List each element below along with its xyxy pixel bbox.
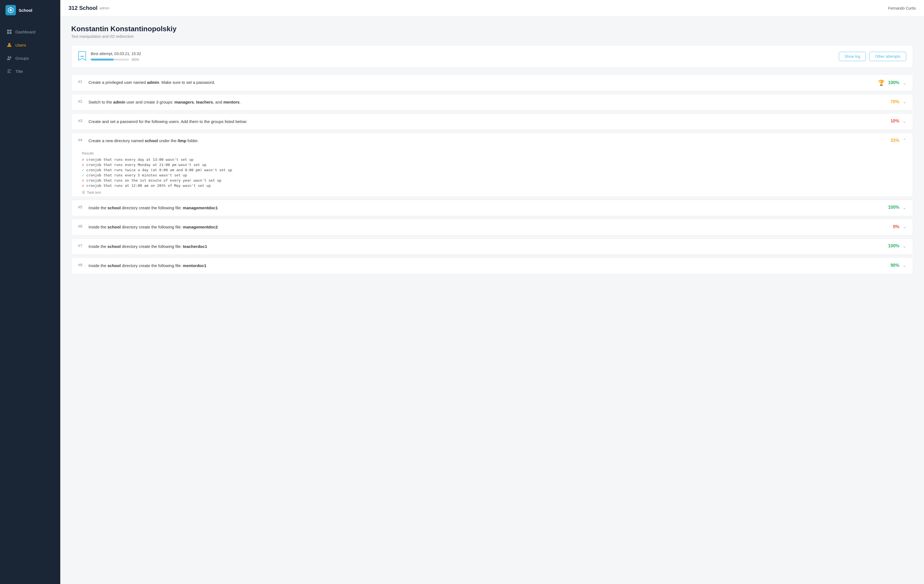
sidebar: School Dashboard Users: [0, 0, 60, 584]
result-check-icon: ✓: [82, 168, 84, 172]
show-log-button[interactable]: Show log: [839, 52, 866, 61]
task-left: #2 Switch to the admin user and create 3…: [78, 99, 881, 106]
other-attempts-button[interactable]: Other attempts: [869, 52, 906, 61]
task-right: 100% ⌄: [881, 244, 906, 249]
sidebar-logo-text: School: [19, 8, 32, 13]
progress-label: 60%: [132, 58, 139, 62]
chevron-up-icon[interactable]: ⌃: [903, 138, 906, 143]
chevron-down-icon[interactable]: ⌄: [903, 205, 906, 210]
task-right: 100% ⌄: [881, 205, 906, 210]
sidebar-item-dashboard[interactable]: Dashboard: [0, 26, 60, 38]
main-area: 312 School admin Fernando Curtis Konstan…: [60, 0, 924, 584]
dashboard-label: Dashboard: [15, 30, 35, 34]
progress-bar-fill: [91, 59, 114, 61]
task-item: #3 Create and set a password for the fol…: [71, 114, 913, 130]
result-text: cronjob that runs at 12:00 am on 20th of…: [86, 183, 211, 188]
chevron-down-icon[interactable]: ⌄: [903, 244, 906, 249]
result-text: cronjob that runs every 5 minutes wasn't…: [86, 173, 187, 177]
sidebar-item-groups[interactable]: Groups: [0, 52, 60, 64]
svg-point-8: [8, 56, 9, 58]
task-right: 33% ⌃: [881, 138, 906, 143]
sidebar-item-users[interactable]: Users: [0, 39, 60, 51]
groups-label: Groups: [15, 56, 29, 61]
result-row: ✗ cronjob that runs at 12:00 am on 20th …: [82, 183, 905, 188]
result-x-icon: ✗: [82, 163, 84, 167]
task-percent: 10%: [891, 119, 899, 124]
header-user-name: Fernando Curtis: [888, 6, 916, 10]
sidebar-navigation: Dashboard Users Groups Title: [0, 26, 60, 77]
svg-rect-4: [10, 30, 12, 31]
result-text: cronjob that runs every day at 13:00 was…: [86, 157, 193, 162]
chevron-down-icon[interactable]: ⌄: [903, 119, 906, 124]
users-icon: [7, 42, 12, 48]
svg-rect-3: [7, 30, 9, 31]
admin-badge: admin: [100, 6, 109, 10]
dashboard-icon: [7, 29, 12, 35]
task-item: #4 Create a new directory named school u…: [71, 133, 913, 149]
task-percent: 33%: [891, 138, 899, 143]
chevron-down-icon[interactable]: ⌄: [903, 80, 906, 86]
svg-point-9: [10, 56, 11, 58]
header: 312 School admin Fernando Curtis: [60, 0, 924, 16]
task-number: #4: [78, 138, 86, 142]
result-text: cronjob that runs on the 1st minute of e…: [86, 178, 221, 182]
trophy-icon: 🏆: [878, 79, 885, 86]
result-x-icon: ✗: [82, 178, 84, 182]
task-list: #1 Create a privileged user named admin.…: [71, 74, 913, 277]
task-left: #6 Inside the school directory create th…: [78, 224, 881, 230]
task-text-link[interactable]: ☰ Task text: [82, 190, 905, 195]
header-title-group: 312 School admin: [69, 5, 109, 11]
result-row: ✓ cronjob that runs twice a day (at 8:00…: [82, 168, 905, 172]
task-text: Create and set a password for the follow…: [89, 119, 248, 125]
school-logo-icon: [5, 5, 16, 15]
task-percent: 70%: [891, 99, 899, 104]
progress-container: 60%: [91, 58, 141, 62]
task-percent: 100%: [888, 205, 899, 210]
task-item: #7 Inside the school directory create th…: [71, 238, 913, 255]
task-number: #1: [78, 79, 86, 84]
svg-rect-6: [10, 32, 12, 34]
sidebar-item-title[interactable]: Title: [0, 65, 60, 77]
task-item: #1 Create a privileged user named admin.…: [71, 74, 913, 91]
task-text: Create a privileged user named admin. Ma…: [89, 79, 215, 86]
chevron-down-icon[interactable]: ⌄: [903, 99, 906, 104]
svg-point-7: [8, 43, 10, 45]
result-row: ✗ cronjob that runs on the 1st minute of…: [82, 178, 905, 182]
attempt-buttons: Show log Other attempts: [839, 52, 906, 61]
title-icon: [7, 68, 12, 74]
task-text: Inside the school directory create the f…: [89, 244, 207, 250]
task-percent: 100%: [888, 244, 899, 248]
task-item: #2 Switch to the admin user and create 3…: [71, 94, 913, 111]
task-number: #2: [78, 99, 86, 104]
results-label: Results: [82, 149, 905, 155]
task-number: #7: [78, 244, 86, 248]
page-subtitle: Text manipulation and I/O redirection: [71, 34, 913, 39]
result-x-icon: ✗: [82, 157, 84, 162]
task-text: Switch to the admin user and create 3 gr…: [89, 99, 241, 106]
task-right: 0% ⌄: [881, 224, 906, 229]
task-right: 70% ⌄: [881, 99, 906, 104]
task-expanded-content: Results ✗ cronjob that runs every day at…: [71, 149, 913, 197]
result-check-icon: ✓: [82, 173, 84, 177]
svg-rect-11: [7, 71, 10, 71]
result-row: ✓ cronjob that runs every 5 minutes wasn…: [82, 173, 905, 177]
task-right: 10% ⌄: [881, 119, 906, 124]
progress-bar-bg: [91, 59, 129, 61]
chevron-down-icon[interactable]: ⌄: [903, 224, 906, 229]
school-name: 312 School: [69, 5, 97, 11]
task-text: Inside the school directory create the f…: [89, 263, 206, 269]
task-left: #7 Inside the school directory create th…: [78, 244, 881, 250]
list-icon: ☰: [82, 190, 85, 195]
users-label: Users: [15, 43, 26, 48]
task-right: 90% ⌄: [881, 263, 906, 268]
task-text-link-label: Task text: [87, 190, 101, 195]
task-number: #3: [78, 119, 86, 123]
task-left: #3 Create and set a password for the fol…: [78, 119, 881, 125]
task-number: #6: [78, 224, 86, 228]
chevron-down-icon[interactable]: ⌄: [903, 263, 906, 268]
task-text: Create a new directory named school unde…: [89, 138, 199, 144]
task-left: #4 Create a new directory named school u…: [78, 138, 881, 144]
task-left: #5 Inside the school directory create th…: [78, 205, 881, 211]
task-percent: 100%: [888, 80, 899, 85]
result-text: cronjob that runs every Monday at 21:00 …: [86, 163, 206, 167]
